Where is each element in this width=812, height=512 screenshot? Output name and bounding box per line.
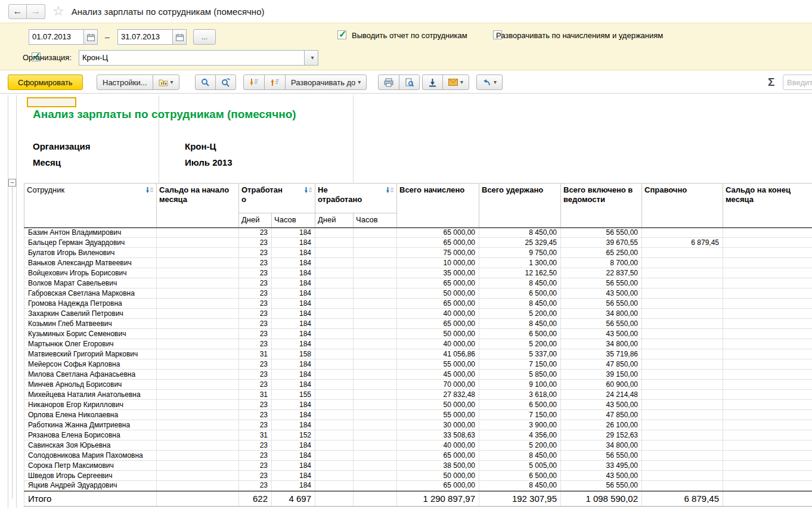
cell-worked-days[interactable]: 23 — [239, 329, 272, 339]
cell-accrued[interactable]: 50 000,00 — [397, 400, 479, 410]
cell-balance-start[interactable] — [157, 370, 239, 380]
cell-included[interactable]: 34 800,00 — [561, 309, 642, 319]
cell-not-worked-days[interactable] — [315, 309, 354, 319]
cell-balance-end[interactable] — [723, 288, 812, 299]
table-row[interactable]: Габровская Светлана Марковна 23 184 50 0… — [24, 288, 812, 299]
cell-not-worked-days[interactable] — [315, 370, 354, 380]
cell-worked-days[interactable]: 23 — [239, 339, 272, 349]
collapse-rows-button[interactable] — [243, 75, 265, 90]
print-button[interactable] — [378, 75, 399, 90]
cell-accrued[interactable]: 55 000,00 — [397, 410, 479, 420]
cell-accrued[interactable]: 33 508,63 — [397, 430, 479, 440]
cell-not-worked-days[interactable] — [315, 440, 354, 451]
cell-employee[interactable]: Бальцер Герман Эдуардович — [24, 238, 157, 248]
save-button[interactable] — [422, 75, 443, 90]
cell-balance-end[interactable] — [723, 390, 812, 400]
cell-reference[interactable] — [642, 299, 723, 309]
cell-employee[interactable]: Козьмин Глеб Матвеевич — [24, 319, 157, 329]
cell-accrued[interactable]: 35 000,00 — [397, 268, 479, 278]
cell-withheld[interactable]: 5 850,00 — [479, 370, 561, 380]
cell-not-worked-days[interactable] — [315, 268, 354, 278]
cell-employee[interactable]: Захаркин Савелий Петрович — [24, 309, 157, 319]
cell-withheld[interactable]: 3 900,00 — [479, 420, 561, 430]
cell-balance-end[interactable] — [723, 440, 812, 451]
cell-balance-start[interactable] — [157, 278, 239, 288]
print-preview-button[interactable] — [399, 75, 420, 90]
date-from-calendar-button[interactable] — [83, 30, 97, 44]
cell-worked-days[interactable]: 23 — [239, 451, 272, 461]
cell-worked-hours[interactable]: 184 — [272, 288, 315, 299]
cell-balance-end[interactable] — [723, 400, 812, 410]
col-header-reference[interactable]: Справочно — [642, 184, 723, 228]
cell-not-worked-days[interactable] — [315, 238, 354, 248]
cell-not-worked-hours[interactable] — [354, 248, 397, 258]
total-label[interactable]: Итого — [24, 491, 157, 507]
cell-accrued[interactable]: 75 000,00 — [397, 248, 479, 258]
cell-employee[interactable]: Михейцева Наталия Анатольевна — [24, 390, 157, 400]
cell-balance-start[interactable] — [157, 349, 239, 359]
cell-employee[interactable]: Сорока Петр Максимович — [24, 461, 157, 471]
cell-not-worked-days[interactable] — [315, 451, 354, 461]
cell-withheld[interactable]: 5 005,00 — [479, 461, 561, 471]
cell-balance-end[interactable] — [723, 319, 812, 329]
table-row[interactable]: Солодовникова Мария Пахомовна 23 184 65 … — [24, 451, 812, 461]
cell-withheld[interactable]: 5 200,00 — [479, 440, 561, 451]
sort-icon[interactable] — [304, 187, 312, 194]
total-not-worked-hours[interactable] — [354, 491, 397, 507]
table-row[interactable]: Войцехович Игорь Борисович 23 184 35 000… — [24, 268, 812, 278]
cell-withheld[interactable]: 7 150,00 — [479, 410, 561, 420]
cell-not-worked-hours[interactable] — [354, 410, 397, 420]
cell-not-worked-hours[interactable] — [354, 430, 397, 440]
col-header-withheld[interactable]: Всего удержано — [479, 184, 561, 228]
cell-accrued[interactable]: 65 000,00 — [397, 481, 479, 491]
cell-worked-days[interactable]: 23 — [239, 238, 272, 248]
table-row[interactable]: Никаноров Егор Кириллович 23 184 50 000,… — [24, 400, 812, 410]
cell-reference[interactable] — [642, 471, 723, 481]
table-row[interactable]: Базин Антон Владимирович 23 184 65 000,0… — [24, 228, 812, 238]
search-button[interactable] — [195, 75, 216, 90]
cell-reference[interactable] — [642, 410, 723, 420]
cell-included[interactable]: 56 550,00 — [561, 319, 642, 329]
cell-balance-end[interactable] — [723, 238, 812, 248]
cell-included[interactable]: 56 550,00 — [561, 451, 642, 461]
cell-withheld[interactable]: 8 450,00 — [479, 481, 561, 491]
table-row[interactable]: Волков Марат Савельевич 23 184 65 000,00… — [24, 278, 812, 288]
cell-accrued[interactable]: 27 832,48 — [397, 390, 479, 400]
cell-worked-hours[interactable]: 184 — [272, 299, 315, 309]
cell-reference[interactable] — [642, 258, 723, 268]
cell-balance-start[interactable] — [157, 299, 239, 309]
cell-not-worked-hours[interactable] — [354, 420, 397, 430]
cell-employee[interactable]: Громова Надежда Петровна — [24, 299, 157, 309]
cell-balance-start[interactable] — [157, 329, 239, 339]
cell-worked-days[interactable]: 23 — [239, 299, 272, 309]
cell-not-worked-days[interactable] — [315, 299, 354, 309]
table-row[interactable]: Орлова Елена Николаевна 23 184 55 000,00… — [24, 410, 812, 420]
cell-not-worked-days[interactable] — [315, 400, 354, 410]
search-next-button[interactable] — [215, 75, 236, 90]
cell-balance-start[interactable] — [157, 410, 239, 420]
cell-withheld[interactable]: 6 500,00 — [479, 329, 561, 339]
table-row[interactable]: Работкина Жанна Дмитриевна 23 184 30 000… — [24, 420, 812, 430]
cell-worked-hours[interactable]: 184 — [272, 451, 315, 461]
cell-not-worked-hours[interactable] — [354, 228, 397, 238]
cell-employee[interactable]: Шведов Игорь Сергеевич — [24, 471, 157, 481]
cell-reference[interactable]: 6 879,45 — [642, 238, 723, 248]
cell-withheld[interactable]: 8 450,00 — [479, 278, 561, 288]
cell-balance-end[interactable] — [723, 329, 812, 339]
cell-not-worked-days[interactable] — [315, 248, 354, 258]
cell-employee[interactable]: Кузьминых Борис Семенович — [24, 329, 157, 339]
cell-employee[interactable]: Войцехович Игорь Борисович — [24, 268, 157, 278]
cell-employee[interactable]: Габровская Светлана Марковна — [24, 288, 157, 299]
table-row[interactable]: Булатов Игорь Виленович 23 184 75 000,00… — [24, 248, 812, 258]
cell-worked-days[interactable]: 23 — [239, 228, 272, 238]
cell-withheld[interactable]: 6 500,00 — [479, 288, 561, 299]
cell-employee[interactable]: Милова Светлана Афанасьевна — [24, 370, 157, 380]
cell-withheld[interactable]: 1 300,00 — [479, 258, 561, 268]
cell-worked-days[interactable]: 31 — [239, 349, 272, 359]
sort-icon[interactable] — [145, 187, 154, 194]
cell-included[interactable]: 34 800,00 — [561, 440, 642, 451]
cell-not-worked-hours[interactable] — [354, 339, 397, 349]
cell-reference[interactable] — [642, 440, 723, 451]
cell-worked-days[interactable]: 23 — [239, 410, 272, 420]
cell-worked-days[interactable]: 23 — [239, 380, 272, 390]
